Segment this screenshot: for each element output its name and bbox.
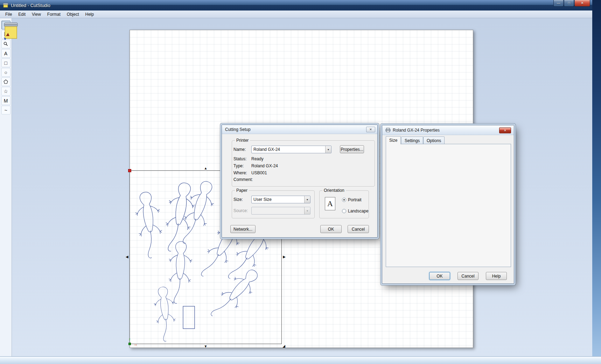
help-button-label: Help bbox=[492, 274, 501, 279]
where-label: Where: bbox=[233, 170, 247, 175]
gecko-object[interactable] bbox=[133, 190, 166, 259]
status-value: Ready bbox=[251, 156, 264, 161]
status-label: Status: bbox=[233, 156, 246, 161]
menu-help[interactable]: Help bbox=[82, 11, 97, 18]
cutting-setup-ok-button[interactable]: OK bbox=[320, 225, 342, 233]
close-icon: ✕ bbox=[504, 129, 506, 132]
material-roll-icon[interactable] bbox=[3, 22, 19, 42]
cutting-setup-dialog: Cutting Setup ✕ Printer Name: Roland GX-… bbox=[222, 125, 378, 238]
tool-text[interactable]: A bbox=[1, 49, 11, 58]
gecko-object[interactable] bbox=[205, 264, 264, 326]
roland-properties-title: Roland GX-24 Properties bbox=[393, 128, 440, 133]
paper-source-combo: ▼ bbox=[251, 207, 310, 215]
menu-format[interactable]: Format bbox=[44, 11, 64, 18]
roland-ok-button[interactable]: OK bbox=[429, 272, 450, 280]
chevron-down-icon[interactable]: ▼ bbox=[325, 146, 331, 153]
chevron-down-icon: ▼ bbox=[304, 207, 310, 214]
printer-name-combo[interactable]: Roland GX-24 ▼ bbox=[251, 146, 331, 153]
gecko-object[interactable] bbox=[153, 286, 178, 342]
gecko-object[interactable] bbox=[168, 241, 193, 304]
tool-star[interactable]: ☆ bbox=[1, 87, 11, 96]
where-value: USB001 bbox=[251, 170, 267, 175]
tool-polyline[interactable]: M bbox=[1, 96, 11, 105]
orientation-group-label: Orientation bbox=[322, 188, 346, 193]
paper-group-label: Paper bbox=[235, 188, 249, 193]
printer-group-label: Printer bbox=[235, 138, 250, 143]
cutting-setup-cancel-button[interactable]: Cancel bbox=[348, 225, 369, 233]
landscape-label: Landscape bbox=[348, 209, 369, 214]
radio-on-icon bbox=[342, 198, 346, 202]
ellipse-icon: ○ bbox=[4, 70, 7, 75]
rectangle-icon: □ bbox=[4, 61, 7, 65]
tool-rectangle[interactable]: □ bbox=[1, 58, 11, 67]
paper-size-combo[interactable]: User Size ▼ bbox=[251, 196, 310, 203]
cutting-setup-close-button[interactable]: ✕ bbox=[366, 127, 375, 132]
portrait-label: Portrait bbox=[348, 197, 362, 202]
pentagon-icon bbox=[4, 79, 8, 84]
printer-icon bbox=[385, 128, 391, 132]
orientation-landscape-radio[interactable]: Landscape bbox=[342, 209, 369, 214]
tool-ellipse[interactable]: ○ bbox=[1, 68, 11, 77]
tab-options[interactable]: Options bbox=[423, 136, 445, 144]
orientation-portrait-radio[interactable]: Portrait bbox=[342, 197, 362, 202]
portrait-page-icon: A bbox=[325, 197, 335, 210]
comment-label: Comment: bbox=[233, 177, 253, 182]
maximize-button[interactable]: □ bbox=[564, 0, 574, 7]
ok-button-label: OK bbox=[436, 274, 442, 279]
type-label: Type: bbox=[233, 163, 244, 168]
network-button-label: Network... bbox=[233, 227, 252, 232]
printer-name-value: Roland GX-24 bbox=[252, 146, 325, 153]
menu-bar: File Edit View Format Object Help bbox=[0, 10, 592, 18]
tool-polygon[interactable] bbox=[1, 77, 11, 86]
cutting-setup-title: Cutting Setup bbox=[225, 127, 251, 132]
gecko-object[interactable] bbox=[161, 181, 198, 254]
radio-off-icon bbox=[342, 209, 346, 213]
cancel-button-label: Cancel bbox=[352, 227, 365, 232]
tool-curve[interactable]: ~ bbox=[1, 106, 11, 114]
close-button[interactable]: ✕ bbox=[574, 0, 590, 7]
roland-cancel-button[interactable]: Cancel bbox=[457, 272, 478, 280]
menu-view[interactable]: View bbox=[29, 11, 44, 18]
gecko-object[interactable] bbox=[176, 178, 220, 248]
roland-properties-dialog: Roland GX-24 Properties ✕ Size Settings … bbox=[382, 125, 514, 284]
tab-settings-label: Settings bbox=[405, 138, 420, 143]
menu-edit[interactable]: Edit bbox=[15, 11, 29, 18]
taskbar[interactable] bbox=[0, 356, 601, 364]
app-icon bbox=[3, 2, 8, 8]
paper-source-value bbox=[252, 207, 304, 214]
roland-properties-titlebar[interactable]: Roland GX-24 Properties bbox=[382, 125, 514, 135]
tab-settings[interactable]: Settings bbox=[401, 136, 423, 144]
paper-source-label: Source: bbox=[233, 208, 248, 213]
magnifier-icon bbox=[4, 42, 8, 46]
cutting-setup-titlebar[interactable]: Cutting Setup bbox=[222, 125, 377, 134]
selection-handle-left[interactable]: ◀ bbox=[126, 255, 128, 259]
window-title: Untitled - CutStudio bbox=[11, 3, 50, 8]
title-bar[interactable]: Untitled - CutStudio — □ ✕ bbox=[0, 0, 592, 10]
paper-size-value: User Size bbox=[252, 196, 304, 203]
close-icon: ✕ bbox=[581, 1, 583, 5]
rectangle-object[interactable] bbox=[183, 306, 195, 329]
curve-icon: ~ bbox=[4, 108, 7, 113]
cancel-button-label: Cancel bbox=[461, 274, 474, 279]
printer-name-label: Name: bbox=[233, 147, 246, 152]
paper-size-label: Size: bbox=[233, 197, 243, 202]
chevron-down-icon[interactable]: ▼ bbox=[304, 196, 310, 203]
size-tab-panel bbox=[386, 144, 511, 267]
tab-options-label: Options bbox=[427, 138, 441, 143]
portrait-page-letter: A bbox=[327, 199, 333, 208]
star-icon: ☆ bbox=[4, 89, 8, 94]
minimize-icon: — bbox=[557, 1, 560, 5]
roland-properties-close-button[interactable]: ✕ bbox=[499, 127, 511, 133]
tab-size[interactable]: Size bbox=[386, 136, 401, 144]
minimize-button[interactable]: — bbox=[553, 0, 564, 7]
maximize-icon: □ bbox=[568, 1, 570, 5]
properties-button-label: Properties... bbox=[341, 147, 363, 152]
caption-buttons: — □ ✕ bbox=[553, 0, 590, 7]
ok-button-label: OK bbox=[328, 227, 334, 232]
roland-help-button[interactable]: Help bbox=[486, 272, 507, 280]
text-tool-icon: A bbox=[4, 51, 7, 56]
menu-file[interactable]: File bbox=[2, 11, 15, 18]
network-button[interactable]: Network... bbox=[230, 225, 256, 233]
properties-button[interactable]: Properties... bbox=[340, 145, 364, 153]
menu-object[interactable]: Object bbox=[64, 11, 82, 18]
